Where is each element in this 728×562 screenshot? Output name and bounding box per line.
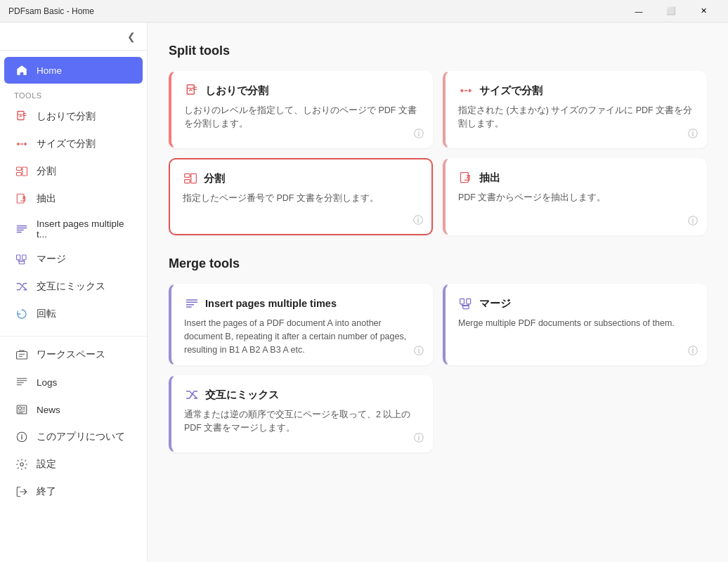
tool-card-header: しおりで分割 bbox=[184, 83, 420, 98]
bookmark-split-label: しおりで分割 bbox=[37, 110, 96, 123]
insert-pages-card-title: Insert pages multiple times bbox=[205, 298, 337, 309]
tool-card-insert-pages[interactable]: Insert pages multiple times Insert the p… bbox=[169, 284, 433, 365]
split-help-icon[interactable]: ⓘ bbox=[413, 214, 423, 227]
titlebar-title: PDFsam Basic - Home bbox=[8, 6, 623, 16]
tool-card-extract[interactable]: 抽出 PDF 文書からページを抽出します。 ⓘ bbox=[443, 158, 707, 235]
bookmark-split-card-title: しおりで分割 bbox=[205, 84, 268, 98]
merge-help-icon[interactable]: ⓘ bbox=[688, 345, 698, 358]
size-split-card-icon bbox=[458, 83, 474, 98]
merge-icon bbox=[14, 251, 30, 267]
sidebar-item-merge[interactable]: マージ bbox=[4, 246, 143, 273]
svg-rect-18 bbox=[460, 299, 464, 304]
size-split-help-icon[interactable]: ⓘ bbox=[688, 128, 698, 140]
insert-pages-card-icon bbox=[184, 296, 200, 311]
svg-rect-8 bbox=[17, 352, 27, 360]
sidebar-item-workspace[interactable]: ワークスペース bbox=[4, 341, 143, 368]
tool-card-alternatemix[interactable]: 交互にミックス 通常または逆の順序で交互にページを取って、2 以上の PDF 文… bbox=[169, 375, 433, 452]
size-split-label: サイズで分割 bbox=[37, 138, 96, 150]
tool-card-merge[interactable]: マージ Merge multiple PDF documents or subs… bbox=[443, 284, 707, 365]
split-tools-grid: しおりで分割 しおりのレベルを指定して、しおりのページで PDF 文書を分割しま… bbox=[169, 71, 707, 235]
minimize-button[interactable]: — bbox=[623, 0, 655, 22]
merge-card-title: マージ bbox=[479, 297, 511, 311]
titlebar: PDFsam Basic - Home — ⬜ ✕ bbox=[0, 0, 728, 22]
svg-rect-15 bbox=[185, 180, 190, 183]
insert-pages-help-icon[interactable]: ⓘ bbox=[414, 345, 424, 358]
insert-pages-icon bbox=[14, 221, 30, 237]
tool-card-split[interactable]: 分割 指定したページ番号で PDF 文書を分割します。 ⓘ bbox=[169, 158, 433, 235]
sidebar-item-quit[interactable]: 終了 bbox=[4, 478, 143, 505]
main-content: Split tools しおりで分割 しおりのレベルを指定して、しおりのページで… bbox=[148, 22, 728, 562]
maximize-button[interactable]: ⬜ bbox=[655, 0, 687, 22]
titlebar-controls: — ⬜ ✕ bbox=[623, 0, 720, 22]
sidebar-item-news[interactable]: News bbox=[4, 396, 143, 423]
settings-icon bbox=[14, 457, 30, 472]
svg-rect-5 bbox=[17, 255, 20, 260]
size-split-card-desc: 指定された (大まかな) サイズのファイルに PDF 文書を分割します。 bbox=[458, 104, 694, 131]
app-body: ❮ Home TOOLS bbox=[0, 22, 728, 562]
size-split-card-title: サイズで分割 bbox=[479, 84, 542, 98]
rotate-icon bbox=[14, 306, 30, 322]
extract-card-desc: PDF 文書からページを抽出します。 bbox=[458, 191, 694, 204]
alternatemix-card-icon bbox=[184, 387, 200, 403]
extract-icon bbox=[14, 191, 30, 207]
bookmark-split-icon bbox=[14, 109, 30, 124]
quit-icon bbox=[14, 484, 30, 499]
svg-rect-10 bbox=[19, 407, 22, 410]
merge-tools-title: Merge tools bbox=[169, 256, 707, 271]
sidebar-nav: Home TOOLS しおりで分割 bbox=[0, 51, 147, 562]
rotate-label: 回転 bbox=[37, 308, 56, 320]
news-icon bbox=[14, 402, 30, 417]
alternatemix-icon bbox=[14, 279, 30, 294]
news-label: News bbox=[37, 405, 60, 415]
bookmark-split-card-icon bbox=[184, 83, 200, 98]
sidebar-item-alternatemix[interactable]: 交互にミックス bbox=[4, 273, 143, 300]
svg-rect-6 bbox=[22, 255, 26, 260]
extract-label: 抽出 bbox=[37, 192, 56, 205]
tool-card-header: マージ bbox=[458, 296, 694, 311]
sidebar-item-logs[interactable]: Logs bbox=[4, 369, 143, 396]
settings-label: 設定 bbox=[37, 458, 56, 471]
split-card-title: 分割 bbox=[204, 172, 225, 185]
sidebar-item-bookmark-split[interactable]: しおりで分割 bbox=[4, 103, 143, 130]
tool-card-header: サイズで分割 bbox=[458, 83, 694, 98]
merge-card-icon bbox=[458, 296, 474, 311]
insert-pages-label: Insert pages multiple t... bbox=[37, 218, 133, 240]
tool-card-header: Insert pages multiple times bbox=[184, 296, 420, 311]
home-label: Home bbox=[37, 65, 62, 76]
close-button[interactable]: ✕ bbox=[687, 0, 720, 22]
workspace-icon bbox=[14, 347, 30, 362]
merge-label: マージ bbox=[37, 253, 66, 266]
alternatemix-help-icon[interactable]: ⓘ bbox=[414, 432, 424, 445]
merge-card-desc: Merge multiple PDF documents or subsecti… bbox=[458, 317, 694, 330]
home-icon bbox=[14, 63, 30, 78]
svg-rect-19 bbox=[467, 299, 471, 304]
svg-rect-3 bbox=[22, 167, 27, 176]
sidebar-bottom-section: ワークスペース Logs bbox=[0, 336, 147, 505]
bookmark-split-help-icon[interactable]: ⓘ bbox=[414, 128, 424, 140]
extract-card-icon bbox=[458, 170, 474, 185]
sidebar-item-insert-pages[interactable]: Insert pages multiple t... bbox=[4, 213, 143, 245]
svg-rect-14 bbox=[185, 174, 190, 177]
logs-label: Logs bbox=[37, 377, 57, 388]
sidebar-item-split[interactable]: 分割 bbox=[4, 158, 143, 185]
split-tools-title: Split tools bbox=[169, 44, 707, 58]
sidebar-item-home[interactable]: Home bbox=[4, 57, 143, 84]
sidebar-item-about[interactable]: このアプリについて bbox=[4, 424, 143, 450]
split-label: 分割 bbox=[37, 165, 56, 178]
size-split-icon bbox=[14, 136, 30, 152]
tool-card-header: 交互にミックス bbox=[184, 387, 420, 403]
svg-point-12 bbox=[20, 463, 24, 466]
extract-help-icon[interactable]: ⓘ bbox=[688, 215, 698, 228]
sidebar-item-extract[interactable]: 抽出 bbox=[4, 185, 143, 212]
tool-card-size-split[interactable]: サイズで分割 指定された (大まかな) サイズのファイルに PDF 文書を分割し… bbox=[443, 71, 707, 148]
sidebar-item-rotate[interactable]: 回転 bbox=[4, 301, 143, 327]
sidebar-item-settings[interactable]: 設定 bbox=[4, 451, 143, 478]
alternatemix-card-title: 交互にミックス bbox=[205, 388, 279, 402]
tool-card-bookmark-split[interactable]: しおりで分割 しおりのレベルを指定して、しおりのページで PDF 文書を分割しま… bbox=[169, 71, 433, 148]
collapse-button[interactable]: ❮ bbox=[124, 28, 138, 45]
split-card-desc: 指定したページ番号で PDF 文書を分割します。 bbox=[183, 192, 419, 205]
svg-rect-2 bbox=[17, 173, 22, 176]
sidebar-item-size-split[interactable]: サイズで分割 bbox=[4, 131, 143, 157]
alternatemix-label: 交互にミックス bbox=[37, 280, 105, 293]
split-card-icon bbox=[183, 171, 198, 186]
